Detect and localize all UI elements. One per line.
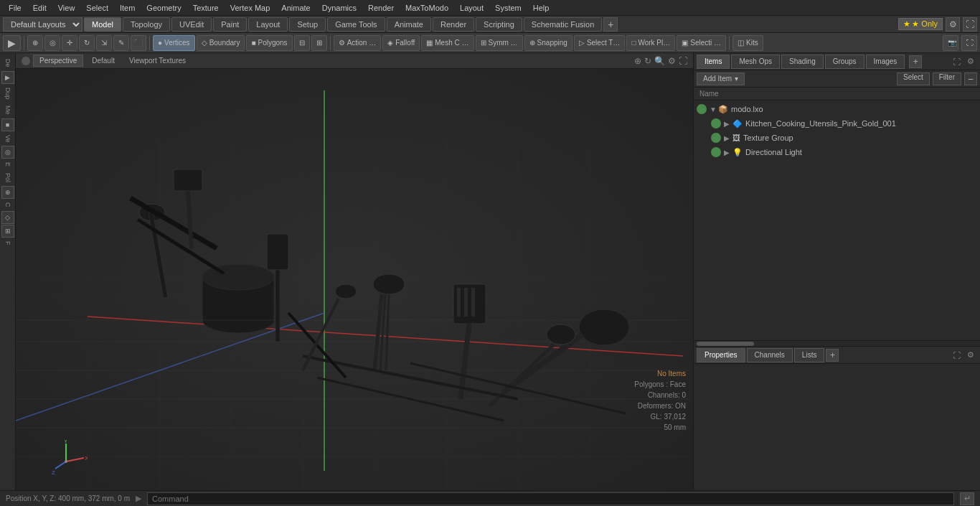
visibility-dot-texture[interactable] bbox=[711, 133, 721, 143]
add-tab-button[interactable]: + bbox=[603, 17, 618, 32]
add-items-tab-btn[interactable]: + bbox=[909, 55, 922, 68]
items-tree[interactable]: ▼ 📦 modo.lxo ▶ 🔷 Kitchen_Cooking_Utensil… bbox=[694, 100, 980, 340]
add-item-button[interactable]: Add Item ▾ bbox=[697, 72, 745, 85]
tree-item-texture[interactable]: ▶ 🖼 Texture Group bbox=[694, 131, 980, 145]
tab-layout[interactable]: Layout bbox=[248, 17, 288, 32]
tab-scripting[interactable]: Scripting bbox=[476, 17, 522, 32]
tab-paint[interactable]: Paint bbox=[213, 17, 247, 32]
select-tool-btn[interactable]: ▷ Select T… bbox=[574, 35, 626, 51]
extra-tool-2[interactable]: ⊞ bbox=[311, 35, 327, 51]
tab-gametools[interactable]: Game Tools bbox=[327, 17, 385, 32]
items-expand-icon[interactable]: ⛶ bbox=[950, 55, 963, 68]
tab-images[interactable]: Images bbox=[866, 55, 905, 69]
camera-view-btn[interactable]: 📷 bbox=[943, 35, 958, 51]
boundary-btn[interactable]: ◇ Boundary bbox=[197, 35, 245, 51]
tree-item-mesh[interactable]: ▶ 🔷 Kitchen_Cooking_Utensils_Pink_Gold_0… bbox=[694, 116, 980, 131]
viewport[interactable]: Perspective Default Viewport Textures ⊕ … bbox=[16, 53, 693, 490]
sidebar-label-me[interactable]: Me bbox=[3, 103, 13, 118]
menu-vertexmap[interactable]: Vertex Map bbox=[225, 2, 276, 14]
mesh-btn[interactable]: ▦ Mesh C … bbox=[421, 35, 473, 51]
polygons-btn[interactable]: ■ Polygons bbox=[246, 35, 292, 51]
fullscreen-btn[interactable]: ⛶ bbox=[961, 35, 977, 51]
extra-tool-1[interactable]: ⊟ bbox=[294, 35, 310, 51]
action-btn[interactable]: ⚙ Action … bbox=[334, 35, 382, 51]
tree-toggle-texture[interactable]: ▶ bbox=[724, 134, 732, 142]
visibility-dot-mesh[interactable] bbox=[711, 118, 721, 128]
tree-toggle-light[interactable]: ▶ bbox=[724, 149, 732, 156]
tab-shading[interactable]: Shading bbox=[781, 55, 824, 69]
tree-item-light[interactable]: ▶ 💡 Directional Light bbox=[694, 145, 980, 159]
work-plane-btn[interactable]: □ Work Pl… bbox=[626, 35, 675, 51]
vp-btn-1[interactable] bbox=[22, 57, 30, 65]
star-only-button[interactable]: ★ ★ Only bbox=[898, 18, 943, 30]
tab-mesh-ops[interactable]: Mesh Ops bbox=[731, 55, 780, 69]
tool-pen-icon[interactable]: ✎ bbox=[113, 35, 129, 51]
falloff-btn[interactable]: ◈ Falloff bbox=[382, 35, 420, 51]
props-settings-icon[interactable]: ⚙ bbox=[964, 349, 977, 362]
menu-system[interactable]: System bbox=[489, 2, 527, 14]
visibility-dot-light[interactable] bbox=[711, 147, 721, 157]
tab-topology[interactable]: Topology bbox=[123, 17, 170, 32]
items-dash-button[interactable]: – bbox=[964, 72, 977, 85]
menu-view[interactable]: View bbox=[52, 2, 81, 14]
items-settings-icon[interactable]: ⚙ bbox=[964, 55, 977, 68]
kits-btn[interactable]: ◫ Kits bbox=[732, 35, 763, 51]
tab-properties[interactable]: Properties bbox=[697, 348, 745, 362]
menu-texture[interactable]: Texture bbox=[187, 2, 225, 14]
items-scrollbar[interactable] bbox=[694, 340, 980, 346]
vertices-btn[interactable]: ● Vertices bbox=[153, 35, 195, 51]
sidebar-label-dup[interactable]: Dup bbox=[3, 85, 13, 103]
selection-btn[interactable]: ▣ Selecti … bbox=[677, 35, 726, 51]
layout-settings-icon[interactable]: ⚙ bbox=[946, 17, 960, 32]
cmd-go-button[interactable]: ↵ bbox=[960, 492, 974, 505]
tool-cube-icon[interactable]: ⬛ bbox=[131, 35, 146, 51]
sidebar-label-ve[interactable]: Ve bbox=[3, 132, 13, 146]
textures-label[interactable]: Viewport Textures bbox=[123, 55, 192, 66]
tab-lists[interactable]: Lists bbox=[794, 348, 825, 362]
layout-dropdown[interactable]: Default Layouts bbox=[3, 17, 83, 32]
perspective-dropdown[interactable]: Perspective bbox=[33, 55, 83, 67]
vp-expand-icon[interactable]: ⛶ bbox=[679, 56, 687, 66]
tab-items[interactable]: Items bbox=[697, 55, 730, 69]
tab-channels[interactable]: Channels bbox=[747, 348, 793, 362]
tool-view-icon[interactable]: ◎ bbox=[44, 35, 60, 51]
layout-expand-icon[interactable]: ⛶ bbox=[963, 17, 977, 32]
sidebar-label-e[interactable]: E bbox=[3, 159, 13, 169]
tab-setup[interactable]: Setup bbox=[289, 17, 326, 32]
vp-center-icon[interactable]: ⊕ bbox=[634, 56, 641, 66]
tool-select-icon[interactable]: ⊕ bbox=[27, 35, 43, 51]
items-select-button[interactable]: Select bbox=[897, 72, 930, 85]
menu-dynamics[interactable]: Dynamics bbox=[316, 2, 362, 14]
menu-layout[interactable]: Layout bbox=[454, 2, 489, 14]
add-props-tab-btn[interactable]: + bbox=[826, 349, 839, 362]
menu-file[interactable]: File bbox=[3, 2, 27, 14]
tab-render[interactable]: Render bbox=[433, 17, 474, 32]
sidebar-tool-5[interactable]: ◇ bbox=[1, 211, 14, 224]
sidebar-tool-4[interactable]: ⊕ bbox=[1, 186, 14, 199]
tree-toggle-root[interactable]: ▼ bbox=[710, 106, 718, 113]
tool-move-icon[interactable]: ✛ bbox=[62, 35, 77, 51]
vp-refresh-icon[interactable]: ↻ bbox=[644, 56, 651, 66]
sidebar-label-f[interactable]: F bbox=[3, 238, 13, 248]
tab-schematic[interactable]: Schematic Fusion bbox=[524, 17, 602, 32]
visibility-dot-root[interactable] bbox=[697, 104, 707, 114]
sidebar-tool-1[interactable]: ▶ bbox=[1, 71, 14, 84]
props-expand-icon[interactable]: ⛶ bbox=[950, 349, 963, 362]
tree-item-root[interactable]: ▼ 📦 modo.lxo bbox=[694, 102, 980, 116]
items-filter-button[interactable]: Filter bbox=[933, 72, 961, 85]
sidebar-tool-3[interactable]: ◎ bbox=[1, 146, 14, 159]
symmetry-btn[interactable]: ⊞ Symm … bbox=[476, 35, 523, 51]
command-input[interactable] bbox=[147, 492, 954, 505]
menu-maxtomodo[interactable]: MaxToModo bbox=[400, 2, 454, 14]
scene-canvas[interactable]: No Items Polygons : Face Channels: 0 Def… bbox=[16, 69, 693, 490]
tab-animate[interactable]: Animate bbox=[387, 17, 431, 32]
tool-rotate-icon[interactable]: ↻ bbox=[79, 35, 95, 51]
menu-item[interactable]: Item bbox=[114, 2, 141, 14]
tab-uvedit[interactable]: UVEdit bbox=[171, 17, 212, 32]
mode-label[interactable]: Default bbox=[86, 55, 121, 66]
menu-animate[interactable]: Animate bbox=[275, 2, 316, 14]
tree-toggle-mesh[interactable]: ▶ bbox=[724, 120, 732, 128]
menu-render[interactable]: Render bbox=[362, 2, 400, 14]
menu-help[interactable]: Help bbox=[527, 2, 555, 14]
menu-geometry[interactable]: Geometry bbox=[141, 2, 187, 14]
